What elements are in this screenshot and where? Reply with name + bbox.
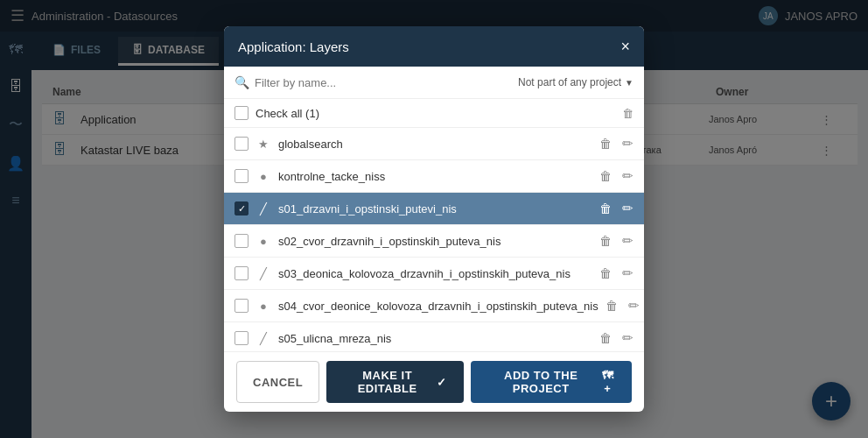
modal-search-bar: 🔍 Not part of any project ▼ — [224, 67, 644, 99]
add-icon: 🗺+ — [600, 369, 615, 395]
dot-icon: ● — [256, 170, 271, 183]
check-icon: ✓ — [437, 376, 447, 389]
layer-checkbox[interactable] — [234, 137, 248, 151]
layer-checkbox[interactable] — [234, 169, 248, 183]
layer-name: globalsearch — [278, 138, 592, 151]
make-editable-button[interactable]: MAKE IT EDITABLE ✓ — [326, 361, 464, 403]
layer-row[interactable]: ╱ s05_ulicna_mreza_nis 🗑 ✏ — [224, 322, 644, 351]
layer-name: s05_ulicna_mreza_nis — [278, 332, 592, 345]
check-all-row: Check all (1) 🗑 — [224, 99, 644, 128]
project-dropdown[interactable]: Not part of any project ▼ — [518, 76, 634, 88]
delete-icon[interactable]: 🗑 — [599, 234, 612, 248]
line-icon: ╱ — [256, 332, 271, 345]
dot-icon: ● — [256, 235, 271, 248]
layer-name: s01_drzavni_i_opstinski_putevi_nis — [278, 202, 592, 215]
layer-name: kontrolne_tacke_niss — [278, 170, 592, 183]
layer-row[interactable]: ● s04_cvor_deonice_kolovoza_drzavnih_i_o… — [224, 290, 644, 322]
layer-checkbox[interactable] — [234, 331, 248, 345]
layer-checkbox[interactable] — [234, 266, 248, 280]
layer-checkbox[interactable] — [234, 299, 248, 313]
edit-icon[interactable]: ✏ — [622, 265, 634, 281]
edit-icon[interactable]: ✏ — [622, 136, 634, 152]
cancel-button[interactable]: CANCEL — [236, 361, 319, 403]
search-icon: 🔍 — [234, 75, 249, 89]
star-icon: ★ — [256, 138, 271, 151]
search-wrap: 🔍 — [234, 75, 511, 89]
modal-header: Application: Layers × — [224, 26, 644, 67]
chevron-down-icon: ▼ — [625, 78, 634, 88]
delete-icon[interactable]: 🗑 — [606, 299, 618, 313]
editable-label: MAKE IT EDITABLE — [343, 369, 431, 395]
edit-icon[interactable]: ✏ — [628, 298, 640, 314]
layer-row[interactable]: ★ globalsearch 🗑 ✏ — [224, 128, 644, 160]
layer-row[interactable]: ● kontrolne_tacke_niss 🗑 ✏ — [224, 160, 644, 193]
layer-name: s02_cvor_drzavnih_i_opstinskih_puteva_ni… — [278, 235, 592, 248]
add-label: ADD TO THE PROJECT — [487, 369, 595, 395]
delete-icon[interactable]: 🗑 — [599, 266, 612, 280]
layer-row[interactable]: ● s02_cvor_drzavnih_i_opstinskih_puteva_… — [224, 225, 644, 258]
edit-icon[interactable]: ✏ — [622, 168, 634, 184]
delete-all-icon[interactable]: 🗑 — [622, 107, 634, 120]
layer-name: s03_deonica_kolovoza_drzavnih_i_opstinsk… — [278, 267, 592, 280]
edit-icon[interactable]: ✏ — [622, 201, 634, 216]
layer-name: s04_cvor_deonice_kolovoza_drzavnih_i_ops… — [278, 300, 598, 313]
layer-row[interactable]: ╱ s03_deonica_kolovoza_drzavnih_i_opstin… — [224, 258, 644, 290]
search-input[interactable] — [255, 76, 511, 89]
project-label: Not part of any project — [518, 76, 621, 88]
add-to-project-button[interactable]: ADD TO THE PROJECT 🗺+ — [471, 361, 632, 403]
modal-footer: CANCEL MAKE IT EDITABLE ✓ ADD TO THE PRO… — [224, 351, 644, 412]
modal-overlay: Application: Layers × 🔍 Not part of any … — [0, 0, 868, 438]
modal-title: Application: Layers — [238, 39, 349, 54]
edit-icon[interactable]: ✏ — [622, 233, 634, 249]
line-icon: ╱ — [256, 202, 271, 215]
layer-checkbox[interactable] — [234, 234, 248, 248]
modal-close-button[interactable]: × — [620, 39, 630, 54]
layer-list: Check all (1) 🗑 ★ globalsearch 🗑 ✏ ● kon… — [224, 99, 644, 351]
delete-icon[interactable]: 🗑 — [599, 169, 612, 183]
delete-icon[interactable]: 🗑 — [599, 137, 612, 151]
layer-row-selected[interactable]: ╱ s01_drzavni_i_opstinski_putevi_nis 🗑 ✏ — [224, 193, 644, 225]
check-all-label: Check all (1) — [256, 107, 319, 120]
modal: Application: Layers × 🔍 Not part of any … — [224, 26, 644, 412]
dot-icon: ● — [256, 300, 271, 313]
delete-icon[interactable]: 🗑 — [599, 331, 612, 345]
edit-icon[interactable]: ✏ — [622, 330, 634, 346]
check-all-checkbox[interactable] — [234, 106, 248, 120]
layer-checkbox[interactable] — [234, 201, 248, 215]
line-icon: ╱ — [256, 267, 271, 280]
delete-icon[interactable]: 🗑 — [599, 201, 612, 215]
